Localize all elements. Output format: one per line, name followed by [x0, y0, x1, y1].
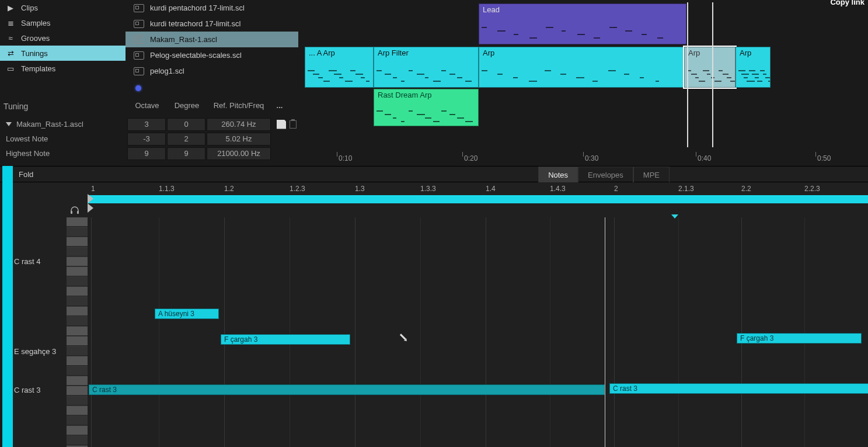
- browser-item-label: Tunings: [21, 49, 48, 58]
- clip-label: ... A Arp: [309, 48, 335, 57]
- octave-cell[interactable]: 9: [127, 147, 166, 160]
- piano-key[interactable]: [67, 307, 88, 316]
- piano-key[interactable]: [67, 287, 88, 296]
- piano-key[interactable]: [67, 346, 88, 356]
- loop-end-handle[interactable]: [88, 203, 93, 213]
- clip-label: Arp: [688, 48, 700, 57]
- beat-tick[interactable]: 1.2.3: [290, 185, 305, 193]
- freq-cell[interactable]: 5.02 Hz: [207, 133, 271, 145]
- arrangement-view[interactable]: 0:100:200:300:400:50 Lead... A ArpArp Fi…: [304, 2, 868, 162]
- time-ruler[interactable]: 0:100:200:300:400:50: [304, 148, 868, 162]
- midi-note[interactable]: C rast 3: [609, 383, 868, 394]
- trash-icon[interactable]: [290, 120, 297, 129]
- midi-note[interactable]: F çargah 3: [737, 333, 862, 344]
- browser-item-grooves[interactable]: ≈Grooves: [0, 30, 126, 46]
- piano-key[interactable]: [67, 217, 88, 227]
- piano-key[interactable]: [67, 366, 88, 376]
- beat-tick[interactable]: 1.3.3: [420, 185, 436, 193]
- file-item[interactable]: kurdi pentachord 17-limit.scl: [126, 0, 298, 16]
- beat-tick[interactable]: 1: [91, 185, 95, 193]
- piano-key[interactable]: [67, 337, 88, 346]
- time-tick[interactable]: 0:10: [339, 154, 352, 162]
- beat-tick[interactable]: 1.4: [486, 185, 496, 193]
- beat-tick[interactable]: 2.2: [741, 185, 751, 193]
- piano-key[interactable]: [67, 436, 88, 445]
- arrangement-playhead[interactable]: [712, 2, 713, 147]
- beat-tick[interactable]: 1.4.3: [550, 185, 566, 193]
- clip-color-strip[interactable]: [2, 166, 13, 447]
- degree-cell[interactable]: 9: [167, 147, 205, 160]
- arrangement-clip[interactable]: Arp: [479, 47, 684, 88]
- piano-key[interactable]: [67, 297, 88, 306]
- browser-item-templates[interactable]: ▭Templates: [0, 61, 126, 76]
- beat-tick[interactable]: 1.1.3: [159, 185, 175, 193]
- octave-cell[interactable]: 3: [127, 118, 166, 131]
- arrangement-clip[interactable]: Arp: [684, 47, 735, 88]
- beat-ruler[interactable]: 11.1.31.21.2.31.31.3.31.41.4.322.1.32.22…: [88, 182, 868, 194]
- freq-cell[interactable]: 260.74 Hz: [207, 118, 271, 131]
- note-lane[interactable]: A hüseyni 3F çargah 3F çargah 3C rast 3C…: [88, 217, 868, 447]
- arrangement-clip[interactable]: Arp Filter: [374, 47, 479, 88]
- file-item[interactable]: pelog1.scl: [126, 63, 298, 79]
- beat-tick[interactable]: 2.2.3: [804, 185, 820, 193]
- editor-tab-envelopes[interactable]: Envelopes: [578, 167, 633, 183]
- piano-key[interactable]: [67, 317, 88, 326]
- save-icon[interactable]: [277, 120, 286, 129]
- disclosure-triangle-icon[interactable]: [6, 122, 12, 126]
- piano-key[interactable]: [67, 267, 88, 276]
- time-tick[interactable]: 0:40: [698, 154, 711, 162]
- arrangement-playhead[interactable]: [687, 2, 688, 147]
- piano-key[interactable]: [67, 327, 88, 336]
- time-tick[interactable]: 0:50: [817, 154, 831, 162]
- piano-key[interactable]: [67, 416, 88, 425]
- piano-key[interactable]: [67, 247, 88, 257]
- piano-key[interactable]: [67, 406, 88, 415]
- editor-tab-mpe[interactable]: MPE: [633, 167, 670, 183]
- browser-item-clips[interactable]: ▶Clips: [0, 0, 126, 15]
- piano-key[interactable]: [67, 376, 88, 386]
- header-more[interactable]: ...: [271, 101, 288, 110]
- record-indicator-icon[interactable]: [135, 85, 141, 91]
- loop-start-handle[interactable]: [88, 194, 93, 203]
- beat-tick[interactable]: 1.2: [224, 185, 234, 193]
- beat-tick[interactable]: 1.3: [355, 185, 365, 193]
- octave-cell[interactable]: -3: [127, 133, 166, 145]
- file-icon: [134, 20, 144, 28]
- piano-key[interactable]: [67, 426, 88, 435]
- piano-key[interactable]: [67, 386, 88, 396]
- freq-cell[interactable]: 21000.00 Hz: [207, 147, 271, 160]
- midi-note[interactable]: F çargah 3: [221, 334, 350, 345]
- arrangement-clip[interactable]: Arp: [735, 47, 771, 88]
- beat-tick[interactable]: 2.1.3: [678, 185, 694, 193]
- headphone-icon[interactable]: [70, 206, 79, 215]
- file-item[interactable]: Makam_Rast-1.ascl: [126, 32, 298, 47]
- editor-tab-notes[interactable]: Notes: [538, 167, 578, 183]
- browser-item-samples[interactable]: ≣Samples: [0, 15, 126, 30]
- file-item[interactable]: kurdi tetrachord 17-limit.scl: [126, 16, 298, 32]
- time-tick[interactable]: 0:30: [585, 154, 598, 162]
- midi-note[interactable]: A hüseyni 3: [155, 309, 219, 319]
- clip-preview: [374, 106, 478, 126]
- midi-note-editor[interactable]: 11.1.31.21.2.31.31.3.31.41.4.322.1.32.22…: [13, 182, 868, 447]
- file-item[interactable]: Pelog-selectable-scales.scl: [126, 47, 298, 63]
- degree-cell[interactable]: 0: [167, 118, 205, 131]
- arrangement-clip[interactable]: Rast Dream Arp: [374, 89, 479, 126]
- loop-brace[interactable]: [88, 195, 868, 203]
- time-tick[interactable]: 0:20: [464, 154, 477, 162]
- piano-key[interactable]: [67, 356, 88, 366]
- key-label: C rast 3: [14, 386, 41, 394]
- arrangement-clip[interactable]: ... A Arp: [305, 47, 374, 88]
- arrangement-clip[interactable]: Lead: [479, 4, 686, 44]
- file-name: Pelog-selectable-scales.scl: [150, 51, 242, 60]
- degree-cell[interactable]: 2: [167, 133, 205, 145]
- piano-key[interactable]: [67, 237, 88, 247]
- piano-roll-keys[interactable]: C rast 4E segahçe 3C rast 3: [13, 217, 88, 447]
- midi-note[interactable]: C rast 3: [89, 384, 605, 395]
- piano-key[interactable]: [67, 227, 88, 237]
- piano-key[interactable]: [67, 277, 88, 286]
- piano-key[interactable]: [67, 396, 88, 406]
- tuning-row-label: Makam_Rast-1.ascl: [0, 120, 127, 129]
- piano-key[interactable]: [67, 257, 88, 266]
- browser-item-tunings[interactable]: ⇄Tunings: [0, 46, 126, 61]
- beat-tick[interactable]: 2: [614, 185, 618, 193]
